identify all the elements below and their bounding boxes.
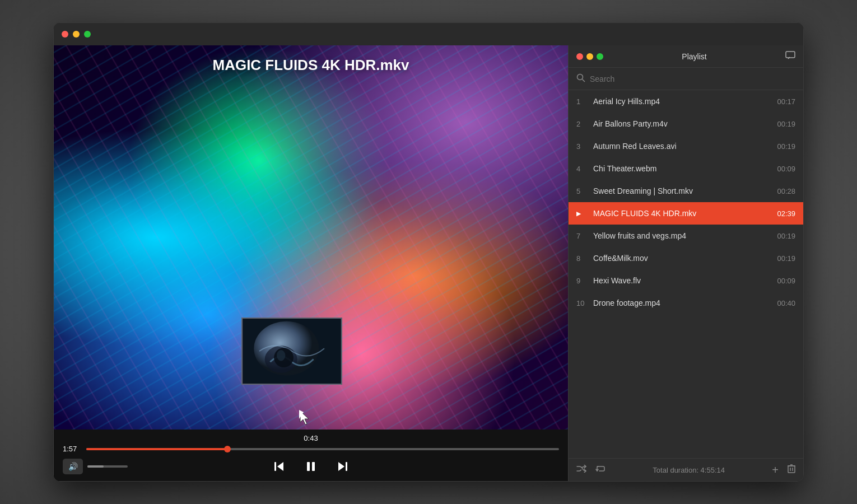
current-time: 1:57	[63, 445, 81, 453]
item-duration: 00:19	[775, 142, 795, 151]
item-number: 4	[576, 165, 590, 173]
repeat-button[interactable]	[595, 464, 606, 475]
skip-forward-button[interactable]	[333, 458, 351, 475]
svg-point-4	[277, 350, 285, 361]
progress-bar-container: 1:57	[63, 445, 559, 453]
volume-group: 🔊	[63, 459, 128, 474]
item-number: 1	[576, 97, 590, 106]
item-number: 7	[576, 232, 590, 240]
playlist-window-controls	[576, 53, 603, 60]
playlist-item[interactable]: 5 Sweet Dreaming | Short.mkv 00:28	[569, 180, 803, 202]
skip-back-button[interactable]	[271, 458, 288, 475]
item-number: 9	[576, 277, 590, 285]
video-background[interactable]	[54, 45, 568, 430]
volume-slider[interactable]	[87, 465, 128, 468]
item-duration: 00:19	[775, 254, 795, 263]
shuffle-button[interactable]	[576, 465, 586, 475]
item-name: Autumn Red Leaves.avi	[593, 142, 768, 151]
close-button[interactable]	[62, 31, 68, 38]
maximize-button[interactable]	[84, 31, 91, 38]
item-name: Sweet Dreaming | Short.mkv	[593, 186, 768, 195]
item-name: Chi Theater.webm	[593, 164, 768, 173]
playlist-item[interactable]: 3 Autumn Red Leaves.avi 00:19	[569, 135, 803, 157]
item-duration: 00:28	[775, 187, 795, 195]
playlist-item[interactable]: 7 Yellow fruits and vegs.mp4 00:19	[569, 225, 803, 247]
controls-area: 0:43 1:57 🔊	[54, 430, 568, 481]
total-duration: Total duration: 4:55:14	[614, 466, 763, 474]
minimize-button[interactable]	[73, 31, 80, 38]
progress-fill	[86, 448, 228, 450]
thumbnail-preview	[241, 318, 342, 385]
item-number: 5	[576, 187, 590, 195]
volume-button[interactable]: 🔊	[63, 459, 83, 474]
video-title: MAGIC FLUIDS 4K HDR.mkv	[54, 57, 568, 74]
item-number: 2	[576, 120, 590, 128]
item-duration: 00:19	[775, 232, 795, 240]
hover-time: 0:43	[63, 434, 559, 442]
svg-line-13	[583, 80, 585, 82]
app-window: MAGIC FLUIDS 4K HDR.mkv	[53, 22, 804, 482]
svg-rect-11	[786, 52, 795, 58]
search-bar	[569, 68, 803, 90]
playlist-item[interactable]: 2 Air Ballons Party.m4v 00:19	[569, 113, 803, 135]
item-duration: 00:19	[775, 120, 795, 128]
item-name: Drone footage.mp4	[593, 298, 768, 307]
progress-track[interactable]	[86, 448, 559, 450]
item-name: Coffe&Milk.mov	[593, 254, 768, 263]
item-number: 3	[576, 142, 590, 151]
playlist-items: 1 Aerial Icy Hills.mp4 00:17 2 Air Ballo…	[569, 90, 803, 458]
playlist-item[interactable]: 8 Coffe&Milk.mov 00:19	[569, 247, 803, 269]
playlist-title: Playlist	[682, 52, 706, 61]
svg-rect-5	[274, 462, 276, 471]
item-duration: 00:40	[775, 299, 795, 307]
volume-fill	[87, 465, 104, 468]
item-name: Air Ballons Party.m4v	[593, 119, 768, 128]
playlist-item[interactable]: 1 Aerial Icy Hills.mp4 00:17	[569, 90, 803, 113]
playlist-item[interactable]: 10 Drone footage.mp4 00:40	[569, 292, 803, 314]
search-input[interactable]	[590, 74, 795, 83]
playlist-header: Playlist	[569, 45, 803, 68]
chat-icon[interactable]	[785, 51, 795, 62]
item-number: 10	[576, 299, 590, 307]
playlist-item[interactable]: 4 Chi Theater.webm 00:09	[569, 157, 803, 180]
item-duration: 00:17	[775, 97, 795, 106]
svg-rect-7	[307, 462, 310, 471]
controls-row: 🔊	[63, 459, 559, 474]
playlist-maximize-button[interactable]	[597, 53, 603, 60]
volume-icon: 🔊	[68, 462, 78, 471]
content-area: MAGIC FLUIDS 4K HDR.mkv	[54, 45, 803, 481]
title-bar	[54, 23, 803, 45]
play-indicator: ▶	[576, 210, 590, 217]
svg-rect-14	[788, 466, 795, 473]
item-name: MAGIC FLUIDS 4K HDR.mkv	[593, 209, 768, 218]
traffic-lights	[62, 31, 91, 38]
playlist-footer: Total duration: 4:55:14 +	[569, 458, 803, 481]
add-button[interactable]: +	[772, 464, 779, 475]
svg-marker-6	[277, 462, 283, 471]
item-name: Hexi Wave.flv	[593, 276, 768, 285]
playlist-minimize-button[interactable]	[586, 53, 593, 60]
playlist-close-button[interactable]	[576, 53, 583, 60]
item-duration: 00:09	[775, 277, 795, 285]
playlist-item[interactable]: ▶ MAGIC FLUIDS 4K HDR.mkv 02:39	[569, 202, 803, 225]
item-number: 8	[576, 254, 590, 263]
svg-point-12	[577, 74, 583, 80]
pause-button[interactable]	[302, 458, 320, 475]
svg-rect-8	[312, 462, 315, 471]
item-duration: 02:39	[775, 209, 795, 218]
playlist-sidebar: Playlist	[568, 45, 803, 481]
svg-marker-10	[338, 462, 344, 471]
search-icon	[576, 73, 585, 84]
svg-rect-9	[346, 462, 347, 471]
video-player: MAGIC FLUIDS 4K HDR.mkv	[54, 45, 568, 481]
item-name: Yellow fruits and vegs.mp4	[593, 231, 768, 240]
playlist-item[interactable]: 9 Hexi Wave.flv 00:09	[569, 269, 803, 292]
delete-button[interactable]	[788, 464, 795, 475]
playback-controls	[271, 458, 351, 475]
item-name: Aerial Icy Hills.mp4	[593, 97, 768, 106]
item-duration: 00:09	[775, 165, 795, 173]
